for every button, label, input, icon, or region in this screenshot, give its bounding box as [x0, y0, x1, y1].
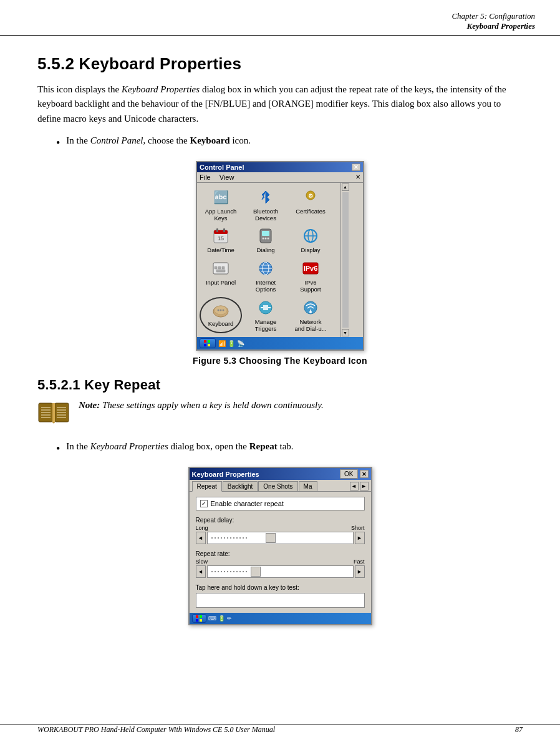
kp-tab-backlight[interactable]: Backlight [223, 481, 258, 491]
cp-icon-certificates[interactable]: ⚙ Certificates [289, 187, 332, 223]
cp-titlebar-buttons: ✕ [352, 164, 360, 171]
kp-rate-thumb[interactable] [251, 567, 261, 577]
svg-rect-56 [200, 615, 202, 618]
cp-title: Control Panel [200, 164, 244, 171]
display-label: Display [301, 247, 320, 253]
kp-tab-nav-right[interactable]: ► [360, 482, 369, 491]
cp-icon-internet[interactable]: InternetOptions [244, 258, 287, 295]
kp-taskbar: ⌨ 🔋 ✏ [190, 613, 371, 624]
cp-start-btn[interactable] [200, 338, 216, 348]
kp-rate-right-btn[interactable]: ► [355, 565, 365, 578]
kp-checkbox-row: ✓ Enable character repeat [196, 497, 365, 510]
svg-rect-8 [262, 231, 269, 236]
header-section-title: Keyboard Properties [25, 21, 535, 31]
internet-label: InternetOptions [256, 279, 276, 293]
bullet-text-kp: In the Keyboard Properties dialog box, o… [66, 439, 293, 454]
kp-rate-minmax: Slow Fast [196, 559, 365, 565]
kp-delay-row: ◄ ► [196, 532, 365, 544]
kp-rate-left-btn[interactable]: ◄ [196, 565, 206, 578]
bullet-control-panel: • In the Control Panel, choose the Keybo… [56, 134, 523, 152]
keyboard-img [211, 300, 230, 319]
kp-delay-short: Short [351, 525, 365, 531]
cp-icon-datetime[interactable]: 15 Date/Time [200, 225, 242, 255]
kp-rate-label: Repeat rate: [196, 550, 365, 557]
kp-rate-section: Repeat rate: Slow Fast ◄ [196, 550, 365, 578]
keyboard-label: Keyboard [208, 320, 234, 327]
kp-close-btn[interactable]: ✕ [360, 470, 369, 478]
kp-delay-label: Repeat delay: [196, 517, 365, 524]
svg-text:IPv6: IPv6 [304, 265, 318, 272]
cp-icon-applaunchkeys[interactable]: 🔤 App LaunchKeys [200, 187, 242, 223]
svg-text:15: 15 [218, 235, 224, 242]
cp-icon-ipv6[interactable]: IPv6 IPv6Support [289, 258, 332, 295]
kp-tab-oneshots[interactable]: One Shots [258, 481, 297, 491]
taskbar-icon2: 🔋 [228, 340, 235, 347]
svg-point-9 [263, 238, 264, 240]
kp-delay-track[interactable] [207, 532, 354, 544]
internet-img [256, 259, 275, 278]
cp-icon-manage[interactable]: ManageTriggers [244, 297, 287, 334]
svg-rect-40 [204, 344, 206, 346]
heading-552: 5.5.2 Keyboard Properties [37, 54, 523, 74]
cp-scrollbar[interactable]: ▲ ▼ [340, 183, 349, 338]
cp-content: 🔤 App LaunchKeys BluetoothDevices [197, 183, 363, 338]
cp-icon-display[interactable]: Display [289, 225, 332, 255]
kp-delay-thumb[interactable] [266, 533, 276, 543]
kp-tabs: Repeat Backlight One Shots Ma ◄ ► [190, 480, 371, 492]
kp-body: ✓ Enable character repeat Repeat delay: … [190, 492, 371, 613]
note-book-icon [37, 398, 70, 431]
kp-delay-right-btn[interactable]: ► [355, 532, 365, 544]
kp-delay-left-btn[interactable]: ◄ [196, 532, 206, 544]
cp-icon-dialing[interactable]: Dialing [244, 225, 287, 255]
kp-delay-section: Repeat delay: Long Short ◄ [196, 517, 365, 544]
cp-icon-bluetooth[interactable]: BluetoothDevices [244, 187, 287, 223]
kp-taskbar-icons: ⌨ 🔋 ✏ [208, 615, 232, 622]
kp-tab-repeat[interactable]: Repeat [192, 481, 222, 492]
cp-taskbar-icons: 📶 🔋 📡 [218, 340, 244, 347]
kp-test-section: Tap here and hold down a key to test: [196, 584, 365, 608]
control-panel-dialog: Control Panel ✕ File View ✕ 🔤 App Launch… [196, 161, 364, 351]
applaunchkeys-img: 🔤 [211, 188, 230, 207]
certificates-label: Certificates [296, 208, 326, 215]
ipv6-label: IPv6Support [300, 279, 321, 293]
note-label: Note: [79, 400, 100, 410]
cp-scroll-down[interactable]: ▼ [342, 329, 349, 336]
kp-rate-slow: Slow [196, 559, 208, 565]
note-section: Note: These settings apply when a key is… [37, 398, 523, 431]
footer-page-number: 87 [515, 725, 523, 735]
cp-icon-inputpanel[interactable]: Input Panel [200, 258, 242, 295]
kp-rate-fast: Fast [354, 559, 365, 565]
note-content: Note: These settings apply when a key is… [79, 398, 324, 413]
kp-test-label: Tap here and hold down a key to test: [196, 584, 365, 591]
cp-menu-close[interactable]: ✕ [355, 173, 360, 181]
cp-titlebar: Control Panel ✕ [197, 162, 363, 172]
heading-5521: 5.5.2.1 Key Repeat [37, 377, 523, 393]
kp-titlebar: Keyboard Properties OK ✕ [190, 468, 371, 480]
kp-ok-button[interactable]: OK [340, 469, 357, 479]
svg-point-37 [309, 311, 312, 313]
kp-tab-ma[interactable]: Ma [299, 481, 317, 491]
cp-menubar: File View ✕ [197, 172, 363, 183]
inputpanel-img [211, 259, 230, 278]
kp-start-btn[interactable] [192, 614, 206, 623]
svg-rect-38 [204, 340, 206, 343]
chapter-line: Chapter 5: Configuration [25, 11, 535, 21]
kp-checkbox-enable[interactable]: ✓ [200, 500, 208, 507]
kp-test-input[interactable] [196, 593, 365, 608]
bullet-dot-kp: • [56, 441, 60, 458]
cp-icon-network[interactable]: Networkand Dial-u... [289, 297, 332, 334]
svg-rect-18 [222, 266, 224, 269]
datetime-label: Date/Time [207, 247, 234, 253]
ipv6-img: IPv6 [301, 259, 320, 278]
cp-menu-file[interactable]: File [200, 173, 211, 181]
cp-scroll-up[interactable]: ▲ [342, 183, 349, 191]
kp-taskbar-icon2: 🔋 [218, 615, 225, 622]
cp-icon-keyboard[interactable]: Keyboard [200, 297, 242, 334]
cp-close-btn[interactable]: ✕ [352, 164, 360, 171]
kp-tab-nav-left[interactable]: ◄ [350, 482, 359, 491]
applaunchkeys-label: App LaunchKeys [205, 208, 237, 222]
bullet-text: In the Control Panel, choose the Keyboar… [66, 134, 251, 148]
cp-menu-view[interactable]: View [220, 173, 234, 181]
kp-rate-track[interactable] [207, 565, 354, 578]
svg-point-29 [218, 309, 220, 311]
